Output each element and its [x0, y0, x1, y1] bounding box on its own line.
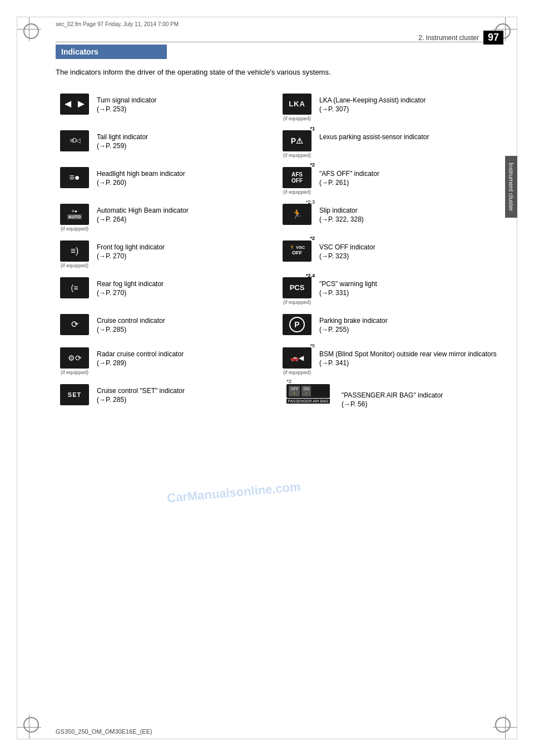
watermark: CarManualsonline.com: [166, 480, 301, 506]
tail-light-icon: ≡D◁: [60, 130, 89, 151]
front-fog-label: Front fog light indicator: [97, 243, 165, 251]
airbag-ref: (→P. 56): [342, 400, 367, 408]
parking-assist-if-equipped: (if equipped): [283, 153, 311, 158]
intro-text: The indicators inform the driver of the …: [56, 67, 389, 78]
highbeam-icon: ≡●: [60, 167, 89, 188]
slip-icon-wrap: 🏃 *2,3: [280, 204, 314, 225]
parking-assist-text: Lexus parking assist-sensor indicator: [319, 130, 498, 142]
vsc-label: VSC OFF indicator: [319, 243, 375, 251]
indicator-highbeam: ≡● Headlight high beam indicator (→P. 26…: [56, 163, 278, 199]
afs-text: "AFS OFF" indicator (→P. 261): [319, 167, 498, 188]
bottom-doc-text: GS350_250_OM_OM30E16E_(EE): [56, 728, 152, 735]
turn-signal-icon: ◄ ►: [60, 94, 89, 115]
radar-cruise-icon: ⚙⟳: [60, 347, 89, 369]
tail-icon-wrap: ≡D◁: [58, 130, 91, 151]
bsm-icon: 🚗◀ *5: [283, 347, 312, 369]
highbeam-text: Headlight high beam indicator (→P. 260): [97, 167, 276, 188]
parking-brake-ref: (→P. 255): [319, 326, 349, 333]
slip-text: Slip indicator (→P. 322, 328): [319, 204, 498, 225]
auto-beam-label: Automatic High Beam indicator: [97, 207, 189, 214]
chapter-tab-label: Instrument cluster: [508, 163, 515, 211]
highbeam-label: Headlight high beam indicator: [97, 170, 185, 178]
indicator-slip: 🏃 *2,3 Slip indicator (→P. 322, 328): [278, 199, 501, 236]
auto-beam-icon-wrap: ≡● AUTO (if equipped): [58, 204, 91, 232]
afs-icon-wrap: AFS OFF *2 (if equipped): [280, 167, 314, 195]
tail-light-ref: (→P. 259): [97, 142, 126, 150]
page-number: 97: [483, 31, 503, 45]
chapter-tab: Instrument cluster: [505, 156, 517, 218]
highbeam-icon-wrap: ≡●: [58, 167, 91, 188]
afs-off-icon: AFS OFF *2: [283, 167, 312, 188]
main-content: Indicators The indicators inform the dri…: [56, 45, 501, 711]
file-info: sec_02.fm Page 97 Friday, July 11, 2014 …: [56, 21, 179, 27]
parking-brake-label: Parking brake indicator: [319, 317, 388, 325]
front-fog-ref: (→P. 270): [97, 252, 126, 260]
indicator-parking-brake: P Parking brake indicator (→P. 255): [278, 310, 501, 343]
corner-circle-bl: [23, 717, 39, 733]
front-fog-text: Front fog light indicator (→P. 270): [97, 240, 276, 262]
cruise-set-icon-wrap: SET: [58, 384, 91, 405]
rear-fog-text: Rear fog light indicator (→P. 270): [97, 277, 276, 298]
lka-text: LKA (Lane-Keeping Assist) indicator (→P.…: [319, 94, 498, 115]
parking-assist-icon: P⚠ *1: [283, 130, 312, 151]
corner-circle-tl: [23, 23, 39, 39]
tail-light-text: Tail light indicator (→P. 259): [97, 130, 276, 151]
cruise-icon: ⟳: [60, 314, 89, 335]
cruise-set-label: Cruise control "SET" indicator: [97, 387, 185, 395]
cruise-set-ref: (→P. 285): [97, 396, 126, 404]
slip-icon: 🏃 *2,3: [283, 204, 312, 225]
cruise-label: Cruise control indicator: [97, 317, 165, 325]
slip-label: Slip indicator: [319, 207, 358, 214]
auto-beam-text: Automatic High Beam indicator (→P. 264): [97, 204, 276, 225]
indicator-front-fog: ≡) (if equipped) Front fog light indicat…: [56, 236, 278, 273]
lka-label: LKA (Lane-Keeping Assist) indicator: [319, 96, 426, 104]
auto-beam-icon: ≡● AUTO: [60, 204, 89, 225]
lka-if-equipped: (if equipped): [283, 116, 311, 121]
section-heading: Indicators: [56, 45, 167, 59]
lka-icon: LKA: [283, 94, 312, 115]
indicator-radar-cruise: ⚙⟳ (if equipped) Radar cruise control in…: [56, 343, 278, 380]
cruise-set-text: Cruise control "SET" indicator (→P. 285): [97, 384, 276, 405]
rear-fog-icon: (≡: [60, 277, 89, 298]
indicator-lka: LKA (if equipped) LKA (Lane-Keeping Assi…: [278, 89, 501, 126]
turn-signal-label: Turn signal indicator: [97, 96, 157, 104]
parking-brake-icon: P: [283, 314, 312, 335]
auto-beam-ref: (→P. 264): [97, 215, 126, 223]
indicator-tail-light: ≡D◁ Tail light indicator (→P. 259): [56, 126, 278, 163]
pcs-icon-wrap: PCS *2,4 (if equipped): [280, 277, 314, 305]
airbag-label: "PASSENGER AIR BAG" indicator: [342, 391, 443, 399]
bsm-if-equipped: (if equipped): [283, 370, 311, 375]
radar-cruise-label: Radar cruise control indicator: [97, 350, 184, 358]
cruise-text: Cruise control indicator (→P. 285): [97, 314, 276, 335]
turn-signal-icon-wrap: ◄ ►: [58, 94, 91, 115]
cruise-icon-wrap: ⟳: [58, 314, 91, 335]
vsc-off-icon: 🏃 VSC OFF *2: [283, 240, 312, 262]
bsm-icon-wrap: 🚗◀ *5 (if equipped): [280, 347, 314, 375]
pcs-if-equipped: (if equipped): [283, 300, 311, 305]
indicator-turn-signal: ◄ ► Turn signal indicator (→P. 253): [56, 89, 278, 126]
indicator-afs-off: AFS OFF *2 (if equipped) "AFS OFF" indic…: [278, 163, 501, 199]
auto-beam-if-equipped: (if equipped): [61, 226, 88, 232]
bsm-label: BSM (Blind Spot Monitor) outside rear vi…: [319, 350, 497, 358]
lka-icon-wrap: LKA (if equipped): [280, 94, 314, 121]
airbag-icon-wrap: *2 OFF🚶 ON🚶 PASSENGER AIR BAG: [280, 384, 336, 404]
indicator-cruise-control: ⟳ Cruise control indicator (→P. 285): [56, 310, 278, 343]
pcs-ref: (→P. 331): [319, 289, 349, 297]
radar-cruise-text: Radar cruise control indicator (→P. 289): [97, 347, 276, 369]
bsm-ref: (→P. 341): [319, 359, 349, 367]
highbeam-ref: (→P. 260): [97, 179, 126, 186]
cruise-ref: (→P. 285): [97, 326, 126, 333]
indicator-pcs: PCS *2,4 (if equipped) "PCS" warning lig…: [278, 273, 501, 310]
parking-assist-label: Lexus parking assist-sensor indicator: [319, 133, 429, 141]
afs-if-equipped: (if equipped): [283, 189, 311, 195]
header-section-text: 2. Instrument cluster: [418, 34, 479, 42]
afs-ref: (→P. 261): [319, 179, 349, 186]
pcs-label: "PCS" warning light: [319, 280, 377, 288]
parking-assist-icon-wrap: P⚠ *1 (if equipped): [280, 130, 314, 158]
front-fog-icon: ≡): [60, 240, 89, 262]
turn-signal-ref: (→P. 253): [97, 105, 126, 113]
front-fog-if-equipped: (if equipped): [61, 263, 88, 268]
radar-cruise-if-equipped: (if equipped): [61, 370, 88, 375]
tail-light-label: Tail light indicator: [97, 133, 148, 141]
afs-label: "AFS OFF" indicator: [319, 170, 379, 178]
